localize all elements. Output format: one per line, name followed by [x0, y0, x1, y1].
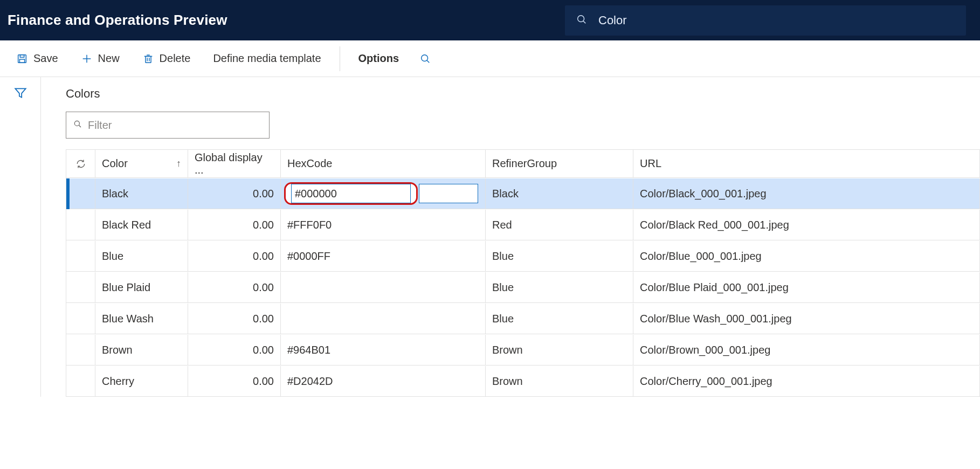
search-icon [419, 53, 431, 65]
cell-url[interactable]: Color/Cherry_000_001.jpeg [633, 366, 980, 397]
cell-refiner-group[interactable]: Black [486, 178, 633, 209]
options-button[interactable]: Options [350, 47, 408, 71]
cell-hexcode[interactable] [281, 304, 486, 334]
refresh-button[interactable] [66, 150, 95, 178]
cell-color[interactable]: Black [95, 178, 188, 209]
row-selector[interactable] [66, 304, 95, 334]
table-row[interactable]: Black0.00#000000BlackColor/Black_000_001… [66, 178, 980, 209]
table-row[interactable]: Blue0.00#0000FFBlueColor/Blue_000_001.jp… [66, 240, 980, 272]
row-selector[interactable] [66, 366, 95, 397]
cell-refiner-group[interactable]: Brown [486, 366, 633, 397]
cell-url[interactable]: Color/Blue_000_001.jpeg [633, 241, 980, 272]
save-icon [16, 53, 28, 65]
svg-point-11 [422, 54, 428, 61]
col-color-label: Color [102, 157, 128, 170]
new-button[interactable]: New [72, 47, 128, 71]
trash-icon [142, 53, 154, 65]
grid-header: Color ↑ Global display ... HexCode Refin… [66, 150, 980, 178]
cell-global-display[interactable]: 0.00 [188, 241, 281, 272]
action-bar: Save New Delete Define media template Op… [0, 40, 980, 77]
col-refiner-group[interactable]: RefinerGroup [486, 150, 633, 178]
grid-filter-input[interactable] [88, 119, 263, 132]
cell-url[interactable]: Color/Brown_000_001.jpeg [633, 335, 980, 365]
grid-filter[interactable] [66, 112, 270, 139]
define-media-template-label: Define media template [213, 52, 321, 65]
cell-global-display[interactable]: 0.00 [188, 304, 281, 334]
cell-refiner-group[interactable]: Blue [486, 272, 633, 303]
filter-icon[interactable] [13, 86, 27, 397]
sort-asc-icon: ↑ [176, 158, 181, 169]
save-label: Save [33, 52, 58, 65]
cell-hexcode[interactable]: #0000FF [281, 241, 486, 272]
save-button[interactable]: Save [8, 47, 67, 71]
row-selector[interactable] [66, 210, 95, 240]
global-search-input[interactable] [598, 13, 955, 27]
row-selector[interactable] [66, 241, 95, 272]
row-selector[interactable] [66, 178, 95, 209]
plus-icon [81, 53, 93, 65]
options-label: Options [358, 52, 399, 65]
col-hexcode-label: HexCode [287, 157, 332, 170]
cell-refiner-group[interactable]: Blue [486, 241, 633, 272]
col-hexcode[interactable]: HexCode [281, 150, 486, 178]
cell-url[interactable]: Color/Blue Plaid_000_001.jpeg [633, 272, 980, 303]
svg-point-0 [578, 15, 584, 22]
cell-url[interactable]: Color/Blue Wash_000_001.jpeg [633, 304, 980, 334]
col-url[interactable]: URL [633, 150, 980, 178]
cell-hexcode[interactable]: #000000 [281, 178, 486, 209]
search-icon [576, 13, 598, 27]
svg-marker-13 [15, 88, 26, 97]
cell-hexcode[interactable] [281, 272, 486, 303]
table-row[interactable]: Blue Plaid0.00BlueColor/Blue Plaid_000_0… [66, 272, 980, 303]
row-selector[interactable] [66, 272, 95, 303]
cell-color[interactable]: Black Red [95, 210, 188, 240]
cell-global-display[interactable]: 0.00 [188, 335, 281, 365]
hexcode-adjacent-field[interactable] [419, 184, 478, 203]
col-url-label: URL [640, 157, 661, 170]
grid-body: Black0.00#000000BlackColor/Black_000_001… [66, 178, 980, 397]
cell-url[interactable]: Color/Black_000_001.jpeg [633, 178, 980, 209]
content: Colors Color ↑ Global display ... [41, 77, 980, 397]
cell-color[interactable]: Brown [95, 335, 188, 365]
col-color[interactable]: Color ↑ [95, 150, 188, 178]
hexcode-editor-highlighted[interactable]: #000000 [284, 182, 418, 205]
define-media-template-button[interactable]: Define media template [204, 47, 329, 71]
cell-refiner-group[interactable]: Brown [486, 335, 633, 365]
page-search-button[interactable] [413, 47, 438, 71]
global-search[interactable] [565, 5, 966, 36]
cell-color[interactable]: Cherry [95, 366, 188, 397]
col-global-display[interactable]: Global display ... [188, 150, 281, 178]
cell-global-display[interactable]: 0.00 [188, 210, 281, 240]
cell-global-display[interactable]: 0.00 [188, 366, 281, 397]
table-row[interactable]: Brown0.00#964B01BrownColor/Brown_000_001… [66, 334, 980, 365]
cell-color[interactable]: Blue Plaid [95, 272, 188, 303]
cell-color[interactable]: Blue [95, 241, 188, 272]
svg-line-1 [583, 20, 585, 23]
delete-button[interactable]: Delete [134, 47, 199, 71]
cell-global-display[interactable]: 0.00 [188, 178, 281, 209]
svg-point-14 [74, 121, 79, 126]
new-label: New [98, 52, 120, 65]
left-gutter [0, 77, 41, 397]
svg-rect-4 [19, 59, 24, 62]
cell-hexcode[interactable]: #FFF0F0 [281, 210, 486, 240]
cell-refiner-group[interactable]: Blue [486, 304, 633, 334]
svg-line-12 [427, 60, 429, 62]
work-surface: Colors Color ↑ Global display ... [0, 77, 980, 397]
app-title: Finance and Operations Preview [8, 12, 227, 29]
table-row[interactable]: Black Red0.00#FFF0F0RedColor/Black Red_0… [66, 209, 980, 240]
colors-grid: Color ↑ Global display ... HexCode Refin… [66, 149, 980, 397]
separator [340, 46, 340, 71]
page-title: Colors [66, 87, 980, 101]
cell-color[interactable]: Blue Wash [95, 304, 188, 334]
delete-label: Delete [160, 52, 191, 65]
svg-rect-7 [146, 56, 151, 63]
row-selector[interactable] [66, 335, 95, 365]
cell-hexcode[interactable]: #D2042D [281, 366, 486, 397]
cell-hexcode[interactable]: #964B01 [281, 335, 486, 365]
table-row[interactable]: Blue Wash0.00BlueColor/Blue Wash_000_001… [66, 303, 980, 334]
cell-refiner-group[interactable]: Red [486, 210, 633, 240]
table-row[interactable]: Cherry0.00#D2042DBrownColor/Cherry_000_0… [66, 365, 980, 397]
cell-global-display[interactable]: 0.00 [188, 272, 281, 303]
cell-url[interactable]: Color/Black Red_000_001.jpeg [633, 210, 980, 240]
